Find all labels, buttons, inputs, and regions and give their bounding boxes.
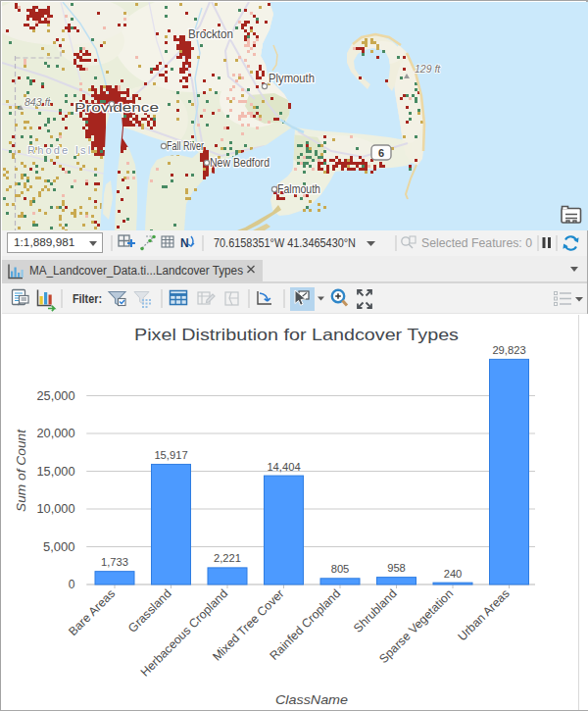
svg-text:1,733: 1,733 bbox=[101, 556, 128, 568]
svg-text:15,000: 15,000 bbox=[37, 465, 75, 479]
svg-text:Falmouth: Falmouth bbox=[277, 181, 320, 196]
svg-text:Pixel Distribution for Landcov: Pixel Distribution for Landcover Types bbox=[134, 326, 459, 343]
svg-text:Urban Areas: Urban Areas bbox=[455, 586, 512, 643]
svg-text:Providence: Providence bbox=[74, 100, 159, 115]
svg-text:Bare Areas: Bare Areas bbox=[66, 586, 118, 638]
svg-text:15,917: 15,917 bbox=[154, 449, 187, 461]
svg-text:5,000: 5,000 bbox=[43, 540, 75, 554]
svg-text:Grassland: Grassland bbox=[125, 586, 174, 635]
svg-text:Filter:: Filter: bbox=[73, 292, 102, 306]
svg-text:70.6158351°W 41.3465430°N: 70.6158351°W 41.3465430°N bbox=[214, 236, 356, 250]
svg-text:25,000: 25,000 bbox=[37, 389, 75, 403]
svg-text:958: 958 bbox=[387, 562, 406, 574]
svg-text:Shrubland: Shrubland bbox=[351, 586, 400, 635]
svg-text:0: 0 bbox=[69, 578, 75, 591]
svg-text:New Bedford: New Bedford bbox=[210, 155, 270, 170]
svg-text:29,823: 29,823 bbox=[492, 344, 525, 356]
svg-text:805: 805 bbox=[331, 563, 350, 575]
svg-text:10,000: 10,000 bbox=[37, 502, 75, 516]
svg-text:N: N bbox=[180, 236, 189, 250]
svg-text:20,000: 20,000 bbox=[37, 427, 75, 440]
svg-text:129 ft: 129 ft bbox=[415, 63, 441, 75]
svg-text:240: 240 bbox=[444, 568, 463, 580]
svg-text:6: 6 bbox=[378, 147, 384, 159]
svg-text:2,221: 2,221 bbox=[214, 552, 241, 564]
svg-text:Selected Features: 0: Selected Features: 0 bbox=[421, 236, 532, 250]
svg-text:14,404: 14,404 bbox=[267, 461, 300, 473]
svg-text:Fall River: Fall River bbox=[167, 138, 204, 153]
svg-text:Plymouth: Plymouth bbox=[269, 71, 315, 85]
svg-text:Rhode Isl: Rhode Isl bbox=[27, 144, 92, 156]
svg-text:843 ft: 843 ft bbox=[24, 96, 51, 108]
svg-text:ClassName: ClassName bbox=[275, 692, 348, 707]
svg-text:Sum of Count: Sum of Count bbox=[15, 429, 28, 512]
svg-text:Brockton: Brockton bbox=[188, 26, 233, 41]
svg-text:MA_Landcover_Data.ti...Landcov: MA_Landcover_Data.ti...Landcover Types bbox=[29, 264, 243, 278]
